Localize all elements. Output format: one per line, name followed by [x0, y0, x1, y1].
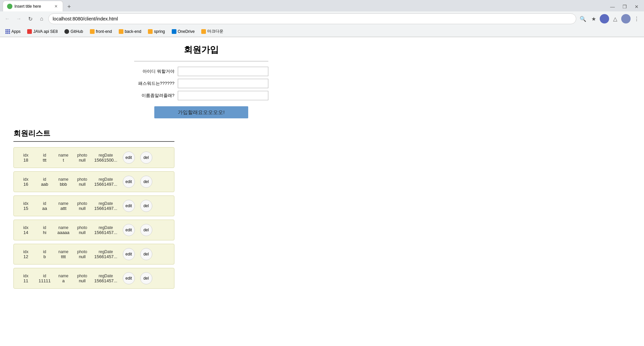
field-regdate-2: regDate 15661497... [94, 201, 117, 211]
idx-label-5: idx [23, 274, 28, 278]
field-regdate-3: regDate 15661457... [94, 225, 117, 235]
field-photo-2: photo null [75, 201, 89, 211]
markdown-icon [201, 29, 206, 34]
onedrive-icon [172, 29, 176, 34]
close-button[interactable]: ✕ [632, 2, 641, 11]
photo-value-5: null [79, 278, 86, 283]
profile-icon[interactable] [600, 14, 609, 23]
del-button-3[interactable]: del [140, 224, 152, 236]
edit-button-3[interactable]: edit [123, 224, 135, 236]
photo-value-2: null [79, 206, 86, 211]
photo-value-0: null [79, 158, 86, 163]
id-label-4: id [43, 249, 46, 254]
reload-button[interactable]: ↻ [25, 14, 35, 23]
edit-button-2[interactable]: edit [123, 200, 135, 212]
field-idx-3: idx 14 [19, 225, 33, 235]
field-id-0: id ttt [38, 153, 51, 163]
bookmark-apps[interactable]: Apps [3, 28, 23, 35]
regdate-label-3: regDate [99, 225, 113, 230]
address-input[interactable] [48, 13, 576, 24]
id-value-4: b [43, 254, 46, 259]
field-id-3: id hi [38, 225, 51, 235]
forward-button[interactable]: → [14, 14, 23, 23]
github-icon [64, 29, 69, 34]
id-label-0: id [43, 153, 46, 158]
name-col-value-4: tttt [61, 254, 66, 259]
minimize-button[interactable]: — [608, 2, 617, 11]
back-button[interactable]: ← [3, 14, 12, 23]
home-button[interactable]: ⌂ [37, 14, 46, 23]
bookmark-java-api[interactable]: JAVA api SE8 [24, 28, 60, 35]
new-tab-button[interactable]: + [64, 2, 74, 11]
bookmark-spring[interactable]: spring [145, 28, 168, 35]
form-divider [134, 61, 268, 61]
del-button-1[interactable]: del [140, 176, 152, 188]
del-button-4[interactable]: del [140, 248, 152, 260]
account-icon[interactable] [621, 14, 631, 23]
regdate-label-1: regDate [99, 177, 113, 182]
apps-grid-icon [5, 29, 10, 34]
bookmark-star-icon[interactable]: ★ [589, 14, 598, 23]
java-api-icon [27, 29, 32, 34]
registration-section: 회원가입 아이디 뭐할거야 패스워드는?????? 이름좀알려줄래? 가입할래요… [7, 44, 396, 118]
member-card-0: idx 18 id ttt name t photo null regDate … [13, 147, 174, 168]
field-id-5: id 11111 [38, 274, 51, 283]
edit-button-0[interactable]: edit [123, 152, 135, 164]
name-col-label-0: name [58, 153, 68, 158]
regdate-label-0: regDate [99, 153, 113, 158]
search-icon[interactable]: 🔍 [578, 14, 588, 23]
tab-title: Insert title here [14, 4, 51, 9]
idx-value-5: 11 [23, 278, 28, 283]
bookmark-spring-label: spring [154, 29, 165, 34]
photo-label-2: photo [77, 201, 87, 206]
edit-button-4[interactable]: edit [123, 248, 135, 260]
bookmarks-bar: Apps JAVA api SE8 GitHub front-end back-… [0, 26, 644, 37]
photo-label-1: photo [77, 177, 87, 182]
maximize-button[interactable]: ❐ [620, 2, 629, 11]
sync-icon[interactable]: △ [610, 14, 620, 23]
bookmark-markdown[interactable]: 마크다운 [199, 27, 226, 35]
bookmark-backend[interactable]: back-end [116, 28, 144, 35]
idx-label-3: idx [23, 225, 28, 230]
idx-value-2: 15 [23, 206, 28, 211]
browser-tab[interactable]: Insert title here ✕ [3, 1, 63, 11]
field-regdate-0: regDate 15661500... [94, 153, 117, 163]
photo-value-1: null [79, 182, 86, 187]
field-regdate-1: regDate 15661497... [94, 177, 117, 187]
field-regdate-5: regDate 15661457... [94, 274, 117, 283]
edit-button-1[interactable]: edit [123, 176, 135, 188]
id-value-2: aa [42, 206, 47, 211]
id-form-row: 아이디 뭐할거야 [134, 67, 268, 76]
bookmark-frontend-label: front-end [96, 29, 112, 34]
tab-close-button[interactable]: ✕ [53, 4, 59, 9]
name-col-label-3: name [58, 225, 68, 230]
del-button-2[interactable]: del [140, 200, 152, 212]
id-label-2: id [43, 201, 46, 206]
del-button-5[interactable]: del [140, 272, 152, 284]
regdate-value-5: 15661457... [94, 278, 117, 283]
field-idx-0: idx 18 [19, 153, 33, 163]
field-regdate-4: regDate 15661457... [94, 249, 117, 259]
bookmark-github[interactable]: GitHub [62, 28, 86, 35]
bookmark-onedrive[interactable]: OneDrive [169, 28, 198, 35]
regdate-value-0: 15661500... [94, 158, 117, 163]
field-id-1: id aab [38, 177, 51, 187]
photo-label-4: photo [77, 249, 87, 254]
field-name-2: name attt [57, 201, 70, 211]
bookmark-frontend[interactable]: front-end [87, 28, 115, 35]
field-photo-3: photo null [75, 225, 89, 235]
member-list-divider [13, 141, 174, 142]
id-input[interactable] [178, 67, 268, 76]
del-button-0[interactable]: del [140, 152, 152, 164]
menu-icon[interactable]: ⋮ [632, 14, 641, 23]
field-idx-5: idx 11 [19, 274, 33, 283]
edit-button-5[interactable]: edit [123, 272, 135, 284]
idx-label-0: idx [23, 153, 28, 158]
submit-button[interactable]: 가입할래요오오오오! [154, 106, 248, 118]
name-input[interactable] [178, 91, 268, 100]
pw-input[interactable] [178, 79, 268, 88]
id-label: 아이디 뭐할거야 [134, 68, 178, 74]
field-idx-2: idx 15 [19, 201, 33, 211]
member-list-section: 회원리스트 idx 18 id ttt name t photo null re… [7, 128, 396, 289]
photo-label-5: photo [77, 274, 87, 278]
